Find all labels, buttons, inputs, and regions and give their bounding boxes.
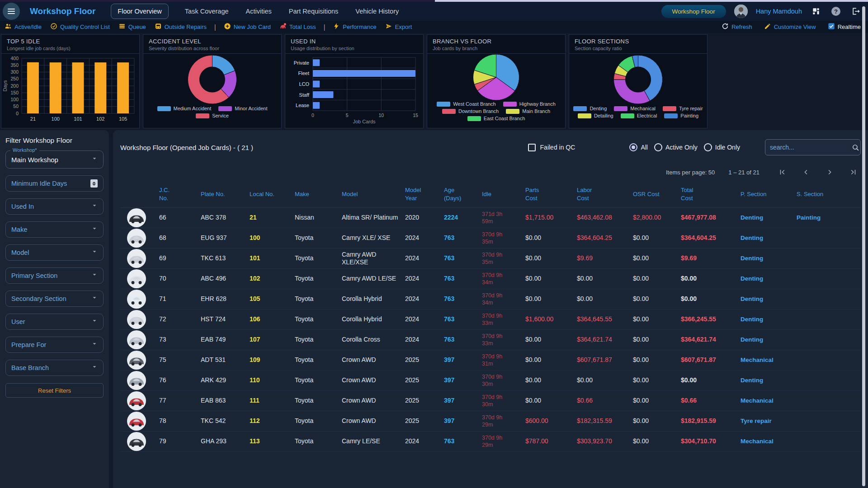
table-row[interactable]: 75ADT 531109ToyotaCrown AWD2025397370d 9… <box>120 350 861 371</box>
table-header-plate-no[interactable]: Plate No. <box>201 190 250 198</box>
toolbar-export[interactable]: Export <box>385 23 412 32</box>
table-row[interactable]: 79GHA 293113ToyotaCamry LE/SE2024763370d… <box>120 432 861 452</box>
radio-all[interactable]: All <box>629 143 648 151</box>
cell-idle: 370d 9h30m <box>482 394 525 408</box>
table-header-osr-cost[interactable]: OSR Cost <box>633 190 681 198</box>
tab-task-coverage[interactable]: Task Coverage <box>184 4 230 19</box>
avatar[interactable] <box>734 5 748 18</box>
table-header-model[interactable]: Model <box>342 190 405 198</box>
failed-in-qc-checkbox[interactable] <box>528 144 536 151</box>
toolbar-queue[interactable]: Queue <box>118 23 146 32</box>
tab-part-requisitions[interactable]: Part Requisitions <box>288 4 340 19</box>
card-title: BRANCH VS FLOOR <box>433 38 560 45</box>
table-header-total-cost[interactable]: TotalCost <box>681 186 741 202</box>
cell-osr-cost: $0.00 <box>633 254 681 263</box>
cell-osr-cost: $0.00 <box>633 295 681 303</box>
table-row[interactable]: 66ABC 37821NissanAltima SR/ Platinum2020… <box>120 208 861 228</box>
svg-text:150: 150 <box>10 90 19 95</box>
table-header-s-section[interactable]: S. Section <box>797 190 861 198</box>
last-page-icon[interactable] <box>849 168 857 176</box>
search-input[interactable] <box>770 144 852 151</box>
table-row[interactable]: 72HST 724106ToyotaCorolla Hybrid20247633… <box>120 310 861 330</box>
legend-swatch <box>442 109 456 114</box>
cell-model-year: 2024 <box>405 336 444 344</box>
filter-base-branch[interactable]: Base Branch <box>5 360 104 376</box>
hamburger-menu-icon[interactable] <box>3 3 20 20</box>
workshop-select[interactable]: Workshop* Main Workshop <box>5 150 104 169</box>
table-row[interactable]: 76ARK 429110ToyotaCrown AWD2025397370d 9… <box>120 371 861 391</box>
table-row[interactable]: 70ABC 496102ToyotaCamry AWD LE/SE2024763… <box>120 269 861 289</box>
table-row[interactable]: 69TKC 613101ToyotaCamry AWD XLE/XSE20247… <box>120 249 861 269</box>
cell-make: Toyota <box>295 315 342 324</box>
table-header-local-no[interactable]: Local No. <box>250 190 295 198</box>
table-header-age-days[interactable]: Age(Days) <box>444 186 482 202</box>
table-row[interactable]: 73EAB 749107ToyotaCorolla Cross202476337… <box>120 330 861 350</box>
apps-grid-icon[interactable] <box>810 5 822 17</box>
filter-minimum-idle-days[interactable]: Minimum Idle Days <box>5 175 104 192</box>
cell-local-no: 101 <box>250 254 295 263</box>
table-header-j-c-no[interactable]: J.C.No. <box>159 186 201 202</box>
table-header-idle[interactable]: Idle <box>482 190 525 198</box>
tab-vehicle-history[interactable]: Vehicle History <box>354 4 400 19</box>
toolbar-quality-control-list[interactable]: Quality Control List <box>50 23 110 32</box>
table-row[interactable]: 77EAB 863111ToyotaCrown AWD2025397370d 9… <box>120 391 861 411</box>
legend-item: Electrical <box>621 113 657 118</box>
next-page-icon[interactable] <box>826 168 834 176</box>
table-header-labor-cost[interactable]: LaborCost <box>577 186 633 202</box>
refresh-button[interactable]: Refresh <box>722 23 752 32</box>
first-page-icon[interactable] <box>778 168 787 176</box>
legend-item: Denting <box>573 106 607 111</box>
toolbar-label: New Job Card <box>234 23 271 30</box>
failed-in-qc-toggle[interactable]: Failed in QC <box>528 144 576 151</box>
table-row[interactable]: 71EHR 628105ToyotaCorolla Hybrid20247633… <box>120 289 861 310</box>
realtime-toggle[interactable]: Realtime <box>828 23 861 32</box>
queue-icon <box>118 23 126 32</box>
cell-plate-no: ARK 429 <box>201 376 250 385</box>
toolbar-performance[interactable]: Performance <box>333 23 376 32</box>
logout-icon[interactable] <box>850 5 862 17</box>
people-icon <box>5 23 12 32</box>
radio-circle-icon[interactable] <box>704 143 712 151</box>
radio-circle-icon[interactable] <box>629 143 637 151</box>
customize-view-button[interactable]: Customize View <box>764 23 816 32</box>
vertical-scrollbar[interactable] <box>862 6 865 486</box>
toolbar-active-idle[interactable]: Active/Idle <box>5 23 42 32</box>
number-spinner-icon[interactable] <box>90 179 98 188</box>
reset-filters-button[interactable]: Reset Filters <box>5 383 104 398</box>
cell-jc-no: 73 <box>159 336 201 344</box>
tab-floor-overview[interactable]: Floor Overview <box>111 4 169 19</box>
table-row[interactable]: 68EUG 937100ToyotaCamry XLE/ XSE20247633… <box>120 228 861 249</box>
table-header-p-section[interactable]: P. Section <box>741 190 797 198</box>
items-per-page[interactable]: Items per page: 50 <box>666 169 715 176</box>
radio-circle-icon[interactable] <box>654 143 662 151</box>
radio-idle-only[interactable]: Idle Only <box>704 143 740 151</box>
filter-model[interactable]: Model <box>5 244 104 261</box>
workspace-button[interactable]: Workshop Floor <box>661 5 726 18</box>
filter-used-in[interactable]: Used In <box>5 198 104 215</box>
radio-active-only[interactable]: Active Only <box>654 143 698 151</box>
table-header-make[interactable]: Make <box>295 190 342 198</box>
table-header-parts-cost[interactable]: PartsCost <box>525 186 577 202</box>
toolbar-total-loss[interactable]: Total Loss <box>279 23 316 32</box>
cell-jc-no: 77 <box>159 397 201 405</box>
filter-user[interactable]: User <box>5 314 104 330</box>
user-name[interactable]: Hany Mamdouh <box>756 8 802 15</box>
search-box[interactable] <box>765 139 861 155</box>
svg-text:250: 250 <box>10 76 19 81</box>
card-header: FLOOR SECTIONSSection capacity ratio <box>569 35 707 54</box>
filter-make[interactable]: Make <box>5 221 104 238</box>
prev-page-icon[interactable] <box>802 168 810 176</box>
tab-activities[interactable]: Activities <box>245 4 273 19</box>
toolbar-outside-repairs[interactable]: Outside Repairs <box>155 23 207 32</box>
legend-label: Downtown Branch <box>458 108 499 114</box>
filter-secondary-section[interactable]: Secondary Section <box>5 291 104 307</box>
cell-labor-cost: $9.69 <box>577 254 633 263</box>
table-row[interactable]: 78TKC 542112ToyotaCrown AWD2025397370d 9… <box>120 411 861 432</box>
toolbar-new-job-card[interactable]: New Job Card <box>224 23 271 32</box>
help-icon[interactable]: ? <box>830 5 842 17</box>
table-header-model-year[interactable]: ModelYear <box>405 186 444 202</box>
filter-prepare-for[interactable]: Prepare For <box>5 337 104 353</box>
filter-primary-section[interactable]: Primary Section <box>5 267 104 284</box>
svg-text:15: 15 <box>413 113 418 118</box>
chevron-down-icon <box>91 155 98 164</box>
